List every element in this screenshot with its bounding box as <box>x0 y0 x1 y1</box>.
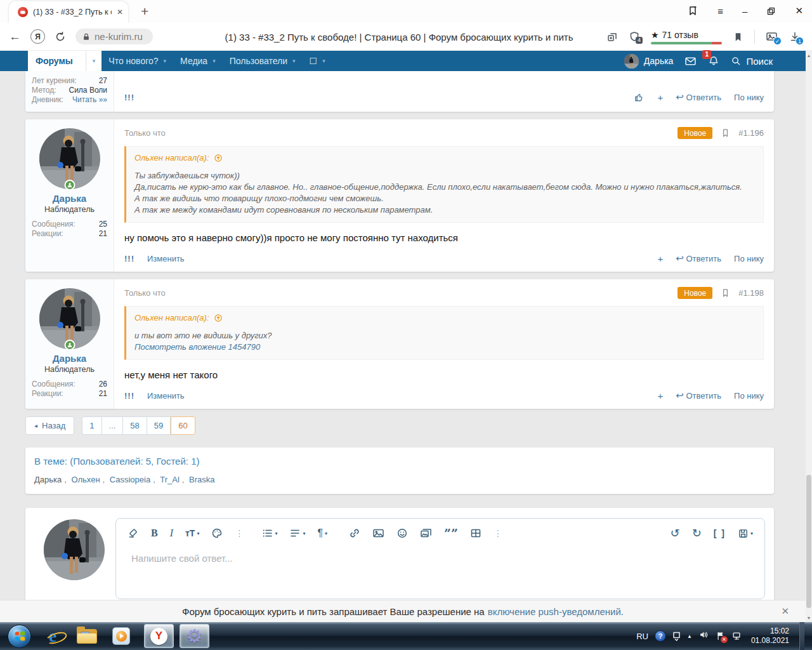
more-options-icon[interactable]: ⋮ <box>494 528 502 538</box>
taskbar-settings-app[interactable]: ⚙ <box>180 624 209 648</box>
quote-plus-button[interactable]: + <box>657 390 663 401</box>
report-link[interactable]: !!! <box>124 391 134 401</box>
insert-link-icon[interactable] <box>349 527 360 539</box>
nav-whats-new[interactable]: Что нового? ▾ <box>102 51 173 71</box>
taskbar-media-player[interactable] <box>104 623 138 649</box>
report-link[interactable]: !!! <box>124 254 134 263</box>
insert-table-icon[interactable] <box>470 527 481 539</box>
reply-link[interactable]: ↩ Ответить <box>676 254 721 263</box>
start-button[interactable] <box>8 625 31 648</box>
bookmark-icon[interactable] <box>721 128 730 138</box>
push-enable-link[interactable]: включение push-уведомлений. <box>488 606 624 617</box>
scroll-up-icon[interactable]: ▲ <box>806 51 812 60</box>
alerts-bell-icon[interactable]: 1 <box>708 55 719 67</box>
report-link[interactable]: !!! <box>124 93 134 102</box>
post-author-name[interactable]: Дарька <box>32 353 107 364</box>
push-bar-close-icon[interactable]: ✕ <box>781 606 789 617</box>
minimize-button[interactable]: – <box>742 6 747 17</box>
scroll-down-icon[interactable]: ▼ <box>806 613 812 622</box>
browser-tab[interactable]: (1) 33 - #33_2 Путь к св ✕ <box>9 1 128 23</box>
downloads-icon[interactable]: 1 <box>789 31 801 43</box>
url-field[interactable]: ne-kurim.ru <box>75 29 153 44</box>
reply-link[interactable]: ↩ Ответить <box>676 93 721 102</box>
text-color-icon[interactable] <box>211 527 223 539</box>
nav-media[interactable]: Медиа ▾ <box>173 51 223 71</box>
window-switcher-icon[interactable] <box>672 632 681 641</box>
by-nick-link[interactable]: По нику <box>734 93 764 102</box>
font-size-button[interactable]: тT▾ <box>185 528 199 538</box>
quote-author[interactable]: Ольхен написал(а): <box>134 313 755 322</box>
show-desktop-button[interactable] <box>799 622 804 650</box>
action-center-flag-icon[interactable]: ✕ <box>716 631 725 641</box>
by-nick-link[interactable]: По нику <box>734 391 764 401</box>
reply-input[interactable]: Напишите свой ответ... <box>116 541 764 575</box>
taskbar-yandex-browser-active[interactable]: Y <box>144 624 174 648</box>
protect-shield-icon[interactable]: 4 <box>629 31 640 43</box>
close-window-button[interactable]: ✕ <box>795 5 803 17</box>
topic-user[interactable]: Ольхен <box>72 475 100 484</box>
by-nick-link[interactable]: По нику <box>734 254 764 263</box>
show-hidden-icons[interactable]: ▲ <box>687 633 692 639</box>
browser-menu-icon[interactable]: ≡ <box>717 6 723 17</box>
language-indicator[interactable]: RU <box>636 632 648 641</box>
page-button-59[interactable]: 59 <box>147 416 171 435</box>
more-options-icon[interactable]: ⋮ <box>235 528 244 538</box>
smilies-icon[interactable] <box>396 527 408 539</box>
edit-link[interactable]: Изменить <box>147 391 185 401</box>
volume-icon[interactable] <box>698 630 709 642</box>
page-button-1[interactable]: 1 <box>82 416 102 435</box>
post-number[interactable]: #1.196 <box>738 128 764 138</box>
italic-button[interactable]: I <box>170 527 173 539</box>
taskbar-file-explorer[interactable] <box>70 623 104 649</box>
bookmark-flag-icon[interactable] <box>733 32 743 43</box>
insert-gallery-icon[interactable] <box>420 527 432 539</box>
taskbar-clock[interactable]: 15:02 01.08.2021 <box>751 627 789 646</box>
share-tab-icon[interactable] <box>606 31 618 43</box>
quote-plus-button[interactable]: + <box>657 92 663 103</box>
like-icon[interactable] <box>634 92 645 103</box>
bbcode-button[interactable]: [ ] <box>714 528 726 538</box>
diary-link[interactable]: Читать »» <box>72 95 107 105</box>
new-tab-button[interactable]: + <box>141 4 148 23</box>
quote-plus-button[interactable]: + <box>657 253 663 264</box>
align-button[interactable]: ▾ <box>289 527 305 539</box>
scrollbar-thumb[interactable] <box>806 475 811 608</box>
topic-user[interactable]: Дарька <box>34 475 62 484</box>
topic-user[interactable]: Braska <box>189 475 214 484</box>
remove-format-icon[interactable] <box>128 527 139 539</box>
topic-user[interactable]: Tr_Al <box>160 475 180 484</box>
redo-button[interactable]: ↻ <box>692 526 702 540</box>
topic-user[interactable]: Cassiopeia <box>110 475 150 484</box>
search-button[interactable]: Поиск <box>731 56 773 67</box>
reply-editor[interactable]: B I тT▾ ⋮ ▾ ▾ <box>115 518 765 599</box>
insert-image-icon[interactable] <box>372 527 384 539</box>
quote-author[interactable]: Ольхен написал(а): <box>134 153 755 162</box>
tab-close-icon[interactable]: ✕ <box>117 8 123 17</box>
back-button[interactable]: ← <box>9 30 21 44</box>
nav-extra[interactable]: ☐ ▾ <box>303 51 332 71</box>
page-button-58[interactable]: 58 <box>123 416 147 435</box>
insert-quote-icon[interactable]: ”” <box>444 530 458 536</box>
list-button[interactable]: ▾ <box>261 527 277 539</box>
chevron-down-icon[interactable]: ▾ <box>93 58 96 64</box>
inbox-icon[interactable] <box>684 55 697 67</box>
save-draft-button[interactable]: ▾ <box>738 528 753 539</box>
post-number[interactable]: #1.198 <box>738 288 764 298</box>
post-time[interactable]: Только что <box>124 288 166 298</box>
reply-link[interactable]: ↩ Ответить <box>676 391 721 401</box>
attachment-link[interactable]: Посмотреть вложение 1454790 <box>134 342 260 352</box>
scrollbar[interactable]: ▲ ▼ <box>806 51 812 622</box>
turbo-images-icon[interactable]: ✓ <box>766 31 778 43</box>
site-reviews[interactable]: ★ 71 отзыв <box>651 30 722 44</box>
refresh-button[interactable] <box>55 31 66 43</box>
post-author-name[interactable]: Дарька <box>32 193 107 204</box>
avatar[interactable] <box>44 519 105 580</box>
nav-users[interactable]: Пользователи ▾ <box>223 51 303 71</box>
nav-forums[interactable]: Форумы ▾ <box>28 51 102 71</box>
bookmark-icon[interactable] <box>721 288 730 298</box>
post-time[interactable]: Только что <box>124 128 166 138</box>
paragraph-button[interactable]: ¶▾ <box>317 527 327 539</box>
pagination-back-button[interactable]: ◂ Назад <box>25 416 74 435</box>
restore-button[interactable] <box>766 6 776 16</box>
yandex-search-icon[interactable]: Я <box>30 29 45 44</box>
